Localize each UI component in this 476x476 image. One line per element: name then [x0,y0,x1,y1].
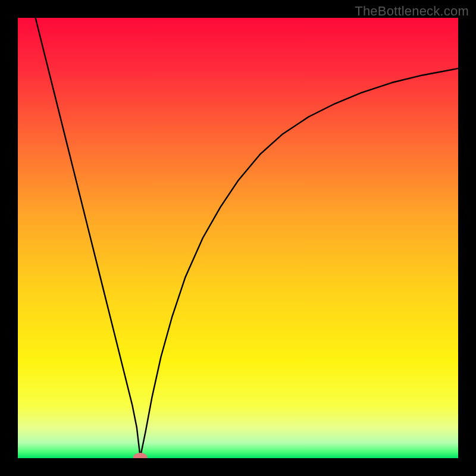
chart-svg [18,18,458,458]
chart-container: TheBottleneck.com [0,0,476,476]
watermark-text: TheBottleneck.com [355,4,469,19]
gradient-background [18,18,458,458]
plot-area [18,18,458,458]
